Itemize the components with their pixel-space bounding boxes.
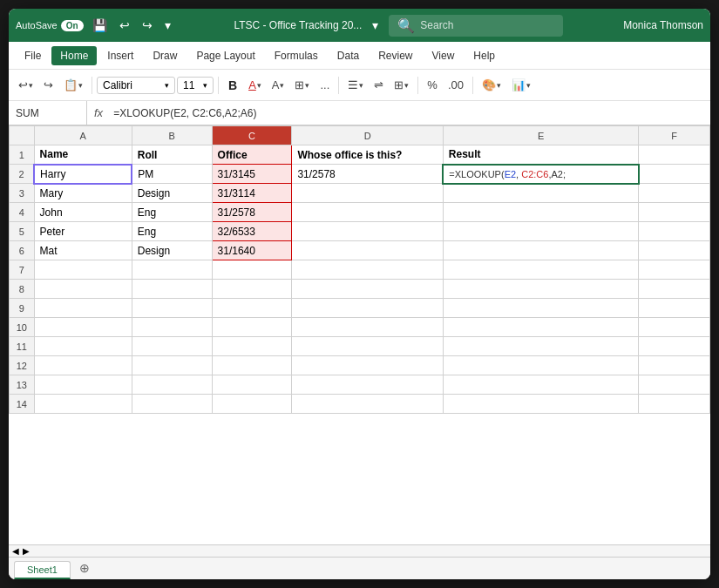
row-header-13[interactable]: 13 xyxy=(10,375,35,395)
row-header-5[interactable]: 5 xyxy=(10,222,35,241)
menu-help[interactable]: Help xyxy=(465,46,504,65)
cell-e4[interactable] xyxy=(443,203,638,222)
font-size-box[interactable]: 11 ▾ xyxy=(177,77,214,94)
cell-b5[interactable]: Eng xyxy=(132,222,212,241)
table-btn[interactable]: 📊▾ xyxy=(507,76,535,94)
cell-c1[interactable]: Office xyxy=(212,145,292,165)
cell-ref-box[interactable]: SUM xyxy=(9,101,87,125)
row-header-14[interactable]: 14 xyxy=(10,395,35,414)
autosave-toggle[interactable]: On xyxy=(61,20,84,31)
save-icon[interactable]: 💾 xyxy=(89,17,111,34)
cell-a4[interactable]: John xyxy=(34,203,132,222)
dropdown-icon[interactable]: ▾ xyxy=(161,17,174,34)
cell-f6[interactable] xyxy=(639,241,710,260)
cell-b3[interactable]: Design xyxy=(132,184,212,203)
cell-d2[interactable]: 31/2578 xyxy=(292,165,443,184)
cell-f1[interactable] xyxy=(639,145,710,165)
scroll-left-icon[interactable]: ◀ xyxy=(12,546,19,556)
search-box[interactable]: 🔍 xyxy=(389,15,563,37)
undo-btn[interactable]: ↩▾ xyxy=(14,76,37,94)
bold-btn[interactable]: B xyxy=(223,77,242,94)
cell-f4[interactable] xyxy=(639,203,710,222)
col-header-d[interactable]: D xyxy=(292,126,443,145)
font-color-btn[interactable]: A▾ xyxy=(244,76,266,94)
cell-d1[interactable]: Whose office is this? xyxy=(292,145,443,165)
cell-c4[interactable]: 31/2578 xyxy=(212,203,292,222)
cell-a6[interactable]: Mat xyxy=(34,241,132,260)
cell-b1[interactable]: Roll xyxy=(132,145,212,165)
font-name-box[interactable]: Calibri ▾ xyxy=(97,77,175,94)
cell-b6[interactable]: Design xyxy=(132,241,212,260)
col-header-e[interactable]: E xyxy=(443,126,638,145)
menu-page-layout[interactable]: Page Layout xyxy=(187,46,263,65)
cell-d4[interactable] xyxy=(292,203,443,222)
font-size-dropdown[interactable]: ▾ xyxy=(203,81,207,90)
formula-content[interactable]: =XLOOKUP(E2, C2:C6,A2;A6) xyxy=(110,107,710,119)
row-header-7[interactable]: 7 xyxy=(10,260,35,280)
cell-c2[interactable]: 31/3145 xyxy=(212,165,292,184)
cell-d3[interactable] xyxy=(292,184,443,203)
cell-a3[interactable]: Mary xyxy=(34,184,132,203)
row-header-6[interactable]: 6 xyxy=(10,241,35,260)
number-fmt-btn[interactable]: % xyxy=(423,76,442,94)
decimal-inc[interactable]: .00 xyxy=(444,76,468,94)
cell-a1[interactable]: Name xyxy=(34,145,132,165)
cell-f3[interactable] xyxy=(639,184,710,203)
col-header-f[interactable]: F xyxy=(639,126,710,145)
cell-e3[interactable] xyxy=(443,184,638,203)
cell-e6[interactable] xyxy=(443,241,638,260)
file-dropdown-icon[interactable]: ▾ xyxy=(369,17,382,34)
menu-home[interactable]: Home xyxy=(51,46,97,65)
row-header-4[interactable]: 4 xyxy=(10,203,35,222)
borders-btn[interactable]: ⊞▾ xyxy=(290,76,314,94)
align-btn[interactable]: ☰▾ xyxy=(343,76,368,94)
row-header-9[interactable]: 9 xyxy=(10,299,35,318)
menu-draw[interactable]: Draw xyxy=(144,46,186,65)
row-header-8[interactable]: 8 xyxy=(10,280,35,299)
col-header-c[interactable]: C xyxy=(212,126,292,145)
cell-e5[interactable] xyxy=(443,222,638,241)
cell-d5[interactable] xyxy=(292,222,443,241)
redo-btn[interactable]: ↪ xyxy=(39,76,58,94)
cell-c6[interactable]: 31/1640 xyxy=(212,241,292,260)
menu-formulas[interactable]: Formulas xyxy=(266,46,327,65)
cell-b4[interactable]: Eng xyxy=(132,203,212,222)
cell-f2[interactable] xyxy=(639,165,710,184)
wrap-btn[interactable]: ⇌ xyxy=(370,76,388,94)
cell-c5[interactable]: 32/6533 xyxy=(212,222,292,241)
sheet-tab-sheet1[interactable]: Sheet1 xyxy=(14,561,71,579)
menu-data[interactable]: Data xyxy=(329,46,368,65)
row-header-11[interactable]: 11 xyxy=(10,337,35,356)
col-header-a[interactable]: A xyxy=(34,126,132,145)
merge-btn[interactable]: ⊞▾ xyxy=(390,76,413,94)
add-sheet-btn[interactable]: ⊕ xyxy=(72,558,97,578)
row-header-3[interactable]: 3 xyxy=(10,184,35,203)
cell-b2[interactable]: PM xyxy=(132,165,212,184)
styles-btn[interactable]: 🎨▾ xyxy=(478,76,505,94)
cell-e2[interactable]: =XLOOKUP(E2, C2:C6,A2; xyxy=(443,165,638,184)
more-btn[interactable]: ... xyxy=(315,76,334,94)
scroll-right-icon[interactable]: ▶ xyxy=(23,546,30,556)
cell-f5[interactable] xyxy=(639,222,710,241)
menu-review[interactable]: Review xyxy=(370,46,421,65)
cell-d6[interactable] xyxy=(292,241,443,260)
cell-c3[interactable]: 31/3114 xyxy=(212,184,292,203)
paste-btn[interactable]: 📋▾ xyxy=(59,76,87,94)
row-header-2[interactable]: 2 xyxy=(10,165,35,184)
row-header-10[interactable]: 10 xyxy=(10,318,35,337)
cell-a2[interactable]: Harry xyxy=(34,165,132,184)
menu-view[interactable]: View xyxy=(424,46,464,65)
row-header-1[interactable]: 1 xyxy=(10,145,35,165)
search-input[interactable] xyxy=(420,19,542,31)
menu-insert[interactable]: Insert xyxy=(98,46,142,65)
cell-e1[interactable]: Result xyxy=(443,145,638,165)
col-header-b[interactable]: B xyxy=(132,126,212,145)
redo-icon[interactable]: ↪ xyxy=(139,17,156,34)
menu-file[interactable]: File xyxy=(16,46,50,65)
font-name-dropdown[interactable]: ▾ xyxy=(165,81,169,90)
cell-a5[interactable]: Peter xyxy=(34,222,132,241)
fill-color-btn[interactable]: A▾ xyxy=(268,76,289,94)
undo-icon[interactable]: ↩ xyxy=(116,17,133,34)
divider4 xyxy=(417,77,418,94)
row-header-12[interactable]: 12 xyxy=(10,356,35,375)
